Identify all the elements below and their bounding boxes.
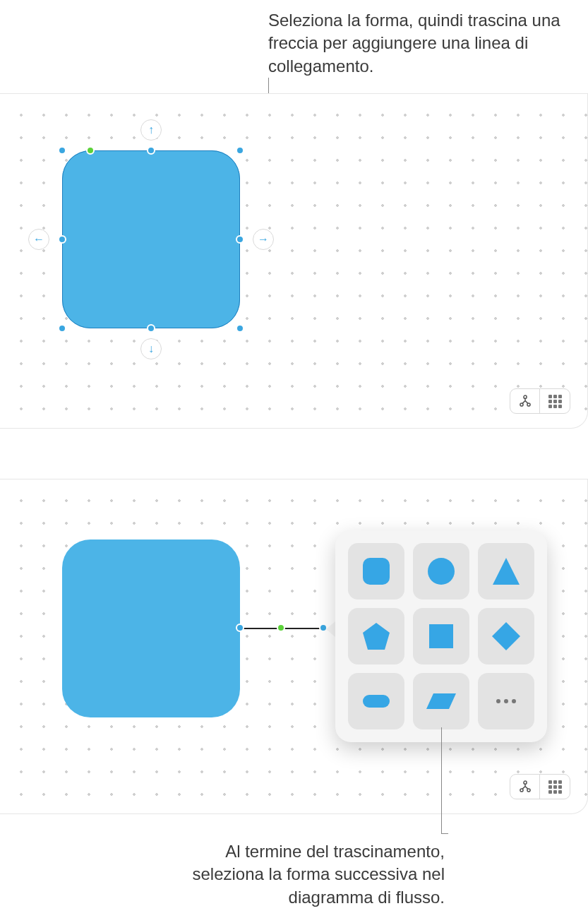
shape-option-diamond[interactable] xyxy=(478,608,534,664)
resize-handle-n[interactable] xyxy=(147,146,155,155)
diagram-icon xyxy=(518,780,532,794)
svg-rect-7 xyxy=(429,624,453,648)
shape-rounded-rect[interactable] xyxy=(62,540,240,717)
arrow-down-icon: ↓ xyxy=(148,342,154,355)
arrow-right-icon: → xyxy=(258,233,269,246)
shape-option-square[interactable] xyxy=(413,608,469,664)
canvas-toolbar xyxy=(510,774,570,799)
direction-arrow-right[interactable]: → xyxy=(253,229,274,250)
svg-point-4 xyxy=(428,558,455,585)
canvas-step1: ↑ ↓ ← → xyxy=(0,93,588,429)
connection-endpoint-start[interactable] xyxy=(236,624,244,632)
grid-toggle-button[interactable] xyxy=(540,775,570,799)
svg-marker-8 xyxy=(492,622,520,650)
popover-tail xyxy=(326,621,336,638)
svg-rect-3 xyxy=(363,558,390,585)
svg-point-11 xyxy=(496,699,500,703)
rounded-square-icon xyxy=(360,555,392,588)
parallelogram-icon xyxy=(425,685,457,717)
direction-arrow-left[interactable]: ← xyxy=(28,229,49,250)
resize-handle-w[interactable] xyxy=(58,235,66,244)
resize-handle-nw[interactable] xyxy=(58,146,66,155)
arrow-up-icon: ↑ xyxy=(148,124,154,136)
square-icon xyxy=(425,620,457,652)
resize-handle-ne[interactable] xyxy=(236,146,244,155)
diagram-mode-button[interactable] xyxy=(510,775,540,799)
callout-top: Seleziona la forma, quindi trascina una … xyxy=(268,9,586,78)
corner-radius-handle[interactable] xyxy=(86,146,95,155)
resize-handle-se[interactable] xyxy=(236,324,244,333)
shape-picker-popover xyxy=(335,530,547,742)
diagram-icon xyxy=(518,394,532,408)
callout-bottom: Al termine del trascinamento, seleziona … xyxy=(191,840,445,909)
grid-icon xyxy=(548,395,562,408)
leader-bottom-v xyxy=(441,727,442,833)
shape-option-pentagon[interactable] xyxy=(348,608,404,664)
svg-point-13 xyxy=(512,699,516,703)
leader-bottom-h xyxy=(441,833,448,834)
resize-handle-e[interactable] xyxy=(236,235,244,244)
shape-option-parallelogram[interactable] xyxy=(413,673,469,729)
shape-option-circle[interactable] xyxy=(413,543,469,600)
svg-marker-5 xyxy=(493,558,520,585)
canvas-toolbar xyxy=(510,388,570,414)
svg-point-12 xyxy=(504,699,508,703)
direction-arrow-down[interactable]: ↓ xyxy=(140,338,162,359)
more-icon xyxy=(490,685,522,717)
resize-handle-s[interactable] xyxy=(147,324,155,333)
connection-midpoint[interactable] xyxy=(277,624,285,632)
svg-point-0 xyxy=(523,395,526,398)
diamond-icon xyxy=(490,620,522,652)
arrow-left-icon: ← xyxy=(33,233,44,246)
pentagon-icon xyxy=(360,620,392,652)
capsule-icon xyxy=(360,685,392,717)
svg-point-14 xyxy=(523,781,526,784)
svg-marker-10 xyxy=(426,693,456,709)
shape-option-more[interactable] xyxy=(478,673,534,729)
shape-option-rounded-square[interactable] xyxy=(348,543,404,600)
circle-icon xyxy=(425,555,457,588)
canvas-step2 xyxy=(0,479,588,814)
resize-handle-sw[interactable] xyxy=(58,324,66,333)
grid-toggle-button[interactable] xyxy=(540,389,570,413)
shape-wrapper: ↑ ↓ ← → xyxy=(62,150,240,328)
shape-option-triangle[interactable] xyxy=(478,543,534,600)
diagram-mode-button[interactable] xyxy=(510,389,540,413)
svg-rect-9 xyxy=(363,695,390,708)
grid-icon xyxy=(548,780,562,794)
shape-option-capsule[interactable] xyxy=(348,673,404,729)
triangle-icon xyxy=(490,555,522,588)
shape-rounded-rect[interactable] xyxy=(62,150,240,328)
svg-marker-6 xyxy=(363,623,390,650)
direction-arrow-up[interactable]: ↑ xyxy=(140,119,162,141)
